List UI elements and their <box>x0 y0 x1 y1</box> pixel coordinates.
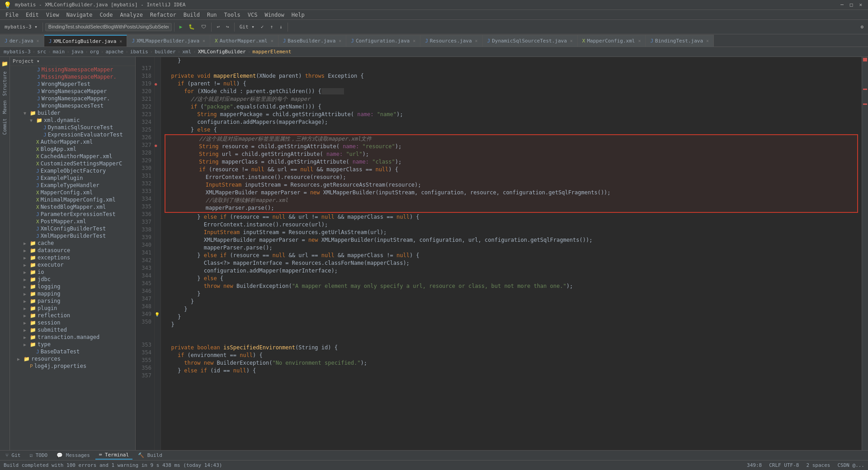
tree-item-postmapper[interactable]: X PostMapper.xml <box>10 218 135 225</box>
close-button[interactable]: ✕ <box>857 2 864 8</box>
tab-close-resources[interactable]: × <box>475 38 478 43</box>
tab-der[interactable]: J der.java × <box>0 35 44 47</box>
structure-icon[interactable]: Structure <box>2 71 7 96</box>
tree-item-cachedauthormapper[interactable]: X CachedAuthorMapper.xml <box>10 153 135 160</box>
tab-resources[interactable]: J Resources.java × <box>420 35 482 47</box>
menu-code[interactable]: Code <box>96 11 117 19</box>
breadcrumb-part[interactable]: XMLConfigBuilder <box>198 49 246 55</box>
menu-vcs[interactable]: VCS <box>244 11 261 19</box>
tab-close-der[interactable]: × <box>37 38 39 43</box>
tree-folder-builder[interactable]: ▼ 📁 builder <box>10 109 135 117</box>
tab-close-dynamicsqlsourcetest[interactable]: × <box>570 38 573 43</box>
coverage-button[interactable]: 🛡 <box>198 23 209 31</box>
update-button[interactable]: ↓ <box>277 23 285 31</box>
tab-bindingtest[interactable]: J BindingTest.java × <box>646 35 714 47</box>
tab-xmlconfigbuilder[interactable]: J XMLConfigBuilder.java × <box>44 35 127 47</box>
tab-authormapper[interactable]: X AuthorMapper.xml × <box>210 35 278 47</box>
tree-folder-mapping[interactable]: ▶ 📁 mapping <box>10 290 135 297</box>
tree-folder-type[interactable]: ▶ 📁 type <box>10 341 135 348</box>
breadcrumb-part[interactable]: xml <box>182 49 191 55</box>
tab-todo[interactable]: ☑ TODO <box>26 451 52 459</box>
tab-close-xmlconfigbuilder[interactable]: × <box>119 39 122 44</box>
breadcrumb-part[interactable]: ibatis <box>130 49 148 55</box>
settings-button[interactable]: ⚙ <box>858 23 866 31</box>
menu-tools[interactable]: Tools <box>221 11 244 19</box>
run-config-input[interactable] <box>45 23 172 31</box>
tree-item-wrongnamespaces[interactable]: J WrongNamespacesTest <box>10 102 135 109</box>
tree-item-exampleplugin[interactable]: J ExamplePlugin <box>10 174 135 182</box>
toolbar-project[interactable]: mybatis-3 ▾ <box>2 23 40 31</box>
tree-folder-session[interactable]: ▶ 📁 session <box>10 319 135 326</box>
redo-button[interactable]: ↪ <box>223 23 232 31</box>
maximize-button[interactable]: □ <box>848 2 855 8</box>
breadcrumb-part[interactable]: java <box>71 49 84 55</box>
tab-terminal[interactable]: ⌨ Terminal <box>95 451 132 460</box>
breadcrumb-part[interactable]: apache <box>105 49 123 55</box>
maven-icon[interactable]: Maven <box>2 100 7 114</box>
menu-window[interactable]: Window <box>261 11 288 19</box>
tree-folder-executor[interactable]: ▶ 📁 executor <box>10 261 135 268</box>
tree-folder-jdbc[interactable]: ▶ 📁 jdbc <box>10 276 135 283</box>
tree-item-authormapper[interactable]: X AuthorMapper.xml <box>10 138 135 146</box>
tree-item-mapperconfig[interactable]: X MapperConfig.xml <box>10 189 135 196</box>
menu-view[interactable]: View <box>42 11 63 19</box>
tree-item-wrongnamespace1[interactable]: J WrongNamespaceMapper <box>10 88 135 95</box>
tree-item-expressionevaluatortest[interactable]: J ExpressionEvaluatorTest <box>10 131 135 138</box>
tree-item-missingnamespace2[interactable]: J MissingNamespaceMapper. <box>10 73 135 80</box>
commit-button[interactable]: ✓ <box>258 23 267 31</box>
project-icon[interactable]: 📁 <box>1 61 8 67</box>
tree-item-missingnamespace1[interactable]: J MissingNamespaceMapper <box>10 66 135 73</box>
tab-close-configuration[interactable]: × <box>413 38 415 43</box>
breadcrumb-part[interactable]: builder <box>155 49 175 55</box>
tree-folder-exceptions[interactable]: ▶ 📁 exceptions <box>10 254 135 261</box>
tab-close-xmlmapperbuilder[interactable]: × <box>203 38 205 43</box>
menu-navigate[interactable]: Navigate <box>63 11 96 19</box>
tab-close-basebuilder[interactable]: × <box>339 38 341 43</box>
tree-folder-submitted[interactable]: ▶ 📁 submitted <box>10 326 135 334</box>
menu-edit[interactable]: Edit <box>22 11 42 19</box>
tab-mapperconfig[interactable]: X MapperConfig.xml × <box>578 35 646 47</box>
tree-folder-cache[interactable]: ▶ 📁 cache <box>10 240 135 247</box>
tab-basebuilder[interactable]: J BaseBuilder.java × <box>278 35 347 47</box>
menu-help[interactable]: Help <box>288 11 308 19</box>
tree-item-xmlconfigbuildertest[interactable]: J XmlConfigBuilderTest <box>10 225 135 232</box>
tree-item-nestedblogmapper[interactable]: X NestedBlogMapper.xml <box>10 203 135 211</box>
tree-folder-datasource[interactable]: ▶ 📁 datasource <box>10 247 135 254</box>
tab-close-authormapper[interactable]: × <box>271 38 274 43</box>
tree-item-exampleobjectfactory[interactable]: J ExampleObjectFactory <box>10 167 135 174</box>
menu-analyze[interactable]: Analyze <box>116 11 146 19</box>
debug-button[interactable]: 🐛 <box>186 23 198 31</box>
menu-file[interactable]: File <box>2 11 22 19</box>
breadcrumb-part[interactable]: mapperElement <box>252 49 291 55</box>
menu-run[interactable]: Run <box>203 11 221 19</box>
tree-folder-io[interactable]: ▶ 📁 io <box>10 268 135 276</box>
tree-folder-xml-dynamic[interactable]: ▼ 📁 xml.dynamic <box>10 117 135 124</box>
tab-configuration[interactable]: J Configuration.java × <box>346 35 420 47</box>
tree-item-log4j[interactable]: P log4j.properties <box>10 362 135 370</box>
tree-item-wrongnamespace2[interactable]: J WrongNamespaceMapper. <box>10 95 135 102</box>
tree-folder-plugin[interactable]: ▶ 📁 plugin <box>10 305 135 312</box>
menu-refactor[interactable]: Refactor <box>146 11 180 19</box>
tree-item-minimalmapperconfig[interactable]: X MinimalMapperConfig.xml <box>10 196 135 203</box>
tree-item-blogapp[interactable]: X BlogApp.xml <box>10 146 135 153</box>
push-button[interactable]: ↑ <box>267 23 276 31</box>
tree-item-parameterexpressiontest[interactable]: J ParameterExpressionTest <box>10 211 135 218</box>
tab-build[interactable]: 🔨 Build <box>134 451 166 459</box>
tree-item-exampletypehandler[interactable]: J ExampleTypeHandler <box>10 182 135 189</box>
tab-git[interactable]: ⑂ Git <box>2 451 24 459</box>
git-button[interactable]: Git ▾ <box>237 23 257 31</box>
tree-item-customizedsettings[interactable]: X CustomizedSettingsMapperC <box>10 160 135 167</box>
tree-item-xmlmapperbuildertest[interactable]: J XmlMapperBuilderTest <box>10 232 135 240</box>
tab-messages[interactable]: 💬 Messages <box>53 451 94 459</box>
run-button[interactable]: ▶ <box>177 23 185 31</box>
tree-folder-reflection[interactable]: ▶ 📁 reflection <box>10 312 135 319</box>
commit-icon[interactable]: Commit <box>2 118 7 135</box>
tree-folder-logging[interactable]: ▶ 📁 logging <box>10 283 135 290</box>
tree-folder-resources[interactable]: ▶ 📁 resources <box>10 355 135 362</box>
tab-close-bindingtest[interactable]: × <box>706 38 709 43</box>
tab-xmlmapperbuilder[interactable]: J XMLMapperBuilder.java × <box>127 35 210 47</box>
minimize-button[interactable]: ─ <box>838 2 846 8</box>
code-editor[interactable]: } private void mapperElement(XNode paren… <box>161 57 862 450</box>
breadcrumb-part[interactable]: org <box>90 49 99 55</box>
breadcrumb-part[interactable]: main <box>53 49 65 55</box>
